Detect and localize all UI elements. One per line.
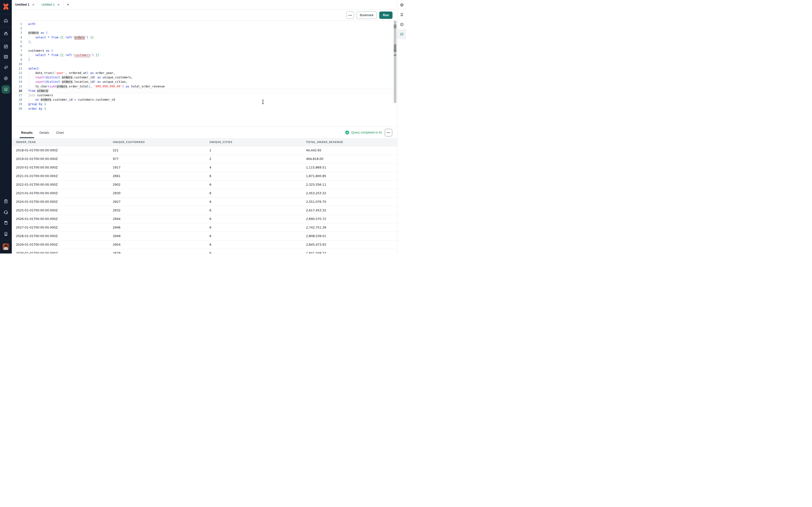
code-token: count: [35, 80, 44, 83]
sidebar-item-organization[interactable]: [2, 230, 10, 238]
table-row[interactable]: 2026-01-01T00:00:00.000Z294462,690,570.7…: [12, 215, 397, 223]
code-line-12[interactable]: 12 date_trunc('year', ordered_at) as ord…: [12, 71, 397, 75]
sidebar-item-collections[interactable]: [2, 30, 10, 38]
table-row[interactable]: 2021-01-01T00:00:00.000Z266161,871,800.8…: [12, 172, 397, 180]
sidebar-item-apps[interactable]: [2, 42, 10, 51]
laptop-icon: [3, 87, 8, 92]
table-row[interactable]: 2030-01-01T00:00:00.000Z287961,841,049.3…: [12, 249, 397, 253]
sql-editor[interactable]: 1with23orders as (4 select * from {{ ref…: [12, 21, 397, 127]
table-row[interactable]: 2027-01-01T00:00:00.000Z294662,742,751.3…: [12, 223, 397, 232]
run-button[interactable]: Run: [379, 11, 393, 19]
code-line-10[interactable]: 10: [12, 62, 397, 66]
text-caret: [48, 89, 48, 92]
table-row[interactable]: 2025-01-01T00:00:00.000Z293262,617,453.3…: [12, 206, 397, 215]
line-number: 2: [12, 26, 22, 31]
code-token: as: [41, 31, 44, 35]
column-header[interactable]: TOTAL_ORDER_REVENUE: [302, 138, 397, 146]
sidebar-item-notebook[interactable]: [2, 85, 10, 94]
table-cell: 2: [205, 155, 302, 163]
code-line-3[interactable]: 3orders as (: [12, 31, 397, 35]
line-number: 15: [12, 84, 22, 89]
table-row[interactable]: 2029-01-01T00:00:00.000Z295462,845,473.9…: [12, 240, 397, 249]
sidebar-item-history-right[interactable]: [397, 19, 406, 30]
sidebar-item-explore[interactable]: [2, 74, 10, 82]
table-cell: 2,453,253.32: [302, 189, 397, 198]
table-row[interactable]: 2023-01-01T00:00:00.000Z293062,453,253.3…: [12, 189, 397, 198]
code-line-14[interactable]: 14 count(distinct orders.location_id) as…: [12, 79, 397, 84]
table-row[interactable]: 2018-01-01T00:00:00.000Z221144,442.65: [12, 146, 397, 155]
code-token: date_trunc: [28, 71, 53, 75]
sidebar-item-ai-chat-right[interactable]: [397, 30, 406, 39]
sidebar-item-code[interactable]: [2, 53, 10, 61]
line-number: 3: [12, 31, 22, 35]
sidebar-item-support[interactable]: [2, 208, 10, 216]
table-row[interactable]: 2024-01-01T00:00:00.000Z292762,551,076.7…: [12, 198, 397, 206]
column-header[interactable]: ORDER_YEAR: [12, 138, 109, 146]
code-token: orders: [62, 76, 72, 79]
code-line-9[interactable]: 9): [12, 58, 397, 62]
code-line-4[interactable]: 4 select * from {{ ref('orders') }}: [12, 35, 397, 40]
code-line-15[interactable]: 15 to_char(sum(orders.order_total), '999…: [12, 84, 397, 89]
indent-guide: [29, 53, 29, 57]
table-cell: 2024-01-01T00:00:00.000Z: [12, 198, 109, 206]
right-sidebar: [397, 0, 406, 253]
code-line-5[interactable]: 5),: [12, 40, 397, 44]
tab-close-icon[interactable]: ✕: [32, 3, 35, 7]
column-header[interactable]: UNIQUE_CITIES: [205, 138, 302, 146]
tab-close-icon[interactable]: ✕: [57, 3, 60, 7]
code-line-13[interactable]: 13 count(distinct orders.customer_id) as…: [12, 75, 397, 79]
notebook-tab-2[interactable]: Untitled 1✕: [38, 0, 63, 9]
line-number: 7: [12, 49, 22, 53]
results-more-button[interactable]: •••: [385, 129, 392, 136]
code-line-7[interactable]: 7customers as (: [12, 49, 397, 53]
indent-guide: [29, 79, 29, 84]
sidebar-item-templates[interactable]: [2, 197, 10, 206]
code-line-17[interactable]: 17join customers: [12, 93, 397, 98]
user-avatar[interactable]: [3, 243, 9, 250]
notebook-tab-1[interactable]: Untitled 1✕: [12, 0, 38, 9]
code-token: [64, 53, 65, 57]
results-tab-details[interactable]: Details: [40, 127, 49, 138]
code-token: [28, 36, 35, 39]
code-line-8[interactable]: 8 select * from {{ ref('customers') }}: [12, 53, 397, 57]
code-token: orders: [74, 36, 85, 40]
code-line-2[interactable]: 2: [12, 26, 397, 31]
code-line-19[interactable]: 19group by 1: [12, 102, 397, 106]
indent-guide: [29, 35, 29, 40]
code-line-18[interactable]: 18 on orders.customer_id = customers.cus…: [12, 98, 397, 102]
indent-guide: [29, 84, 29, 89]
sidebar-item-bookmarks-right[interactable]: [397, 10, 406, 19]
query-status: Query completed in 4s: [345, 127, 382, 138]
results-tab-chart[interactable]: Chart: [56, 127, 64, 138]
table-cell: 6: [205, 206, 302, 215]
code-line-1[interactable]: 1with: [12, 22, 397, 26]
results-tab-results[interactable]: Results: [21, 127, 33, 138]
table-row[interactable]: 2019-01-01T00:00:00.000Z9772494,818.00: [12, 155, 397, 163]
hex-logo-icon[interactable]: [2, 3, 9, 10]
more-options-button[interactable]: •••: [346, 11, 354, 19]
table-row[interactable]: 2022-01-01T00:00:00.000Z290262,325,556.1…: [12, 180, 397, 189]
code-line-20[interactable]: 20order by 1: [12, 107, 397, 111]
table-row[interactable]: 2020-01-01T00:00:00.000Z191741,115,869.5…: [12, 163, 397, 172]
line-number: 5: [12, 40, 22, 44]
table-cell: 2949: [109, 232, 205, 240]
code-line-11[interactable]: 11select: [12, 66, 397, 71]
sidebar-item-docs[interactable]: [2, 219, 10, 227]
code-line-16[interactable]: 16from orders: [12, 89, 397, 93]
code-line-6[interactable]: 6: [12, 44, 397, 49]
table-row[interactable]: 2028-01-01T00:00:00.000Z294962,808,539.0…: [12, 232, 397, 240]
compass-icon: [400, 3, 404, 7]
code-token: orders: [37, 89, 48, 93]
bookmark-button[interactable]: Bookmark: [356, 11, 376, 19]
table-cell: 2030-01-01T00:00:00.000Z: [12, 249, 109, 253]
column-header[interactable]: UNIQUE_CUSTOMERS: [109, 138, 205, 146]
sidebar-item-home[interactable]: [2, 16, 10, 25]
table-cell: 2927: [109, 198, 205, 206]
new-tab-button[interactable]: +: [63, 0, 72, 9]
code-token: 'year': [55, 71, 65, 75]
code-token: as: [97, 80, 101, 83]
sidebar-item-components[interactable]: [2, 63, 10, 71]
sidebar-item-explore-right[interactable]: [397, 0, 406, 10]
editor-scrollbar[interactable]: [394, 21, 397, 103]
code-token: count: [35, 76, 44, 79]
